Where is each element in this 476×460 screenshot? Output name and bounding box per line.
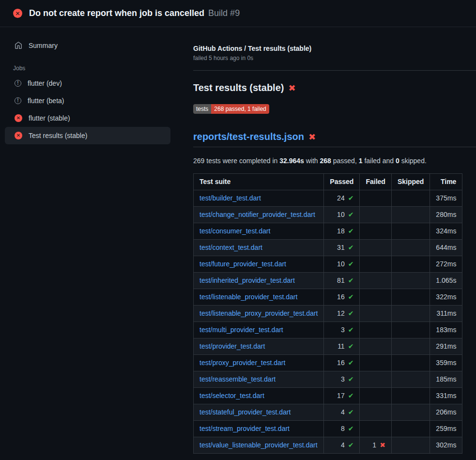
time-cell: 272ms (430, 256, 462, 273)
jobs-heading: Jobs (0, 54, 180, 75)
skipped-cell (391, 273, 430, 289)
passed-cell: 11✔ (324, 338, 360, 355)
passed-cell: 16✔ (324, 289, 360, 306)
failed-cell (360, 190, 391, 207)
suite-link[interactable]: test/context_test.dart (200, 244, 262, 251)
suite-link[interactable]: test/stateful_provider_test.dart (200, 408, 291, 416)
skipped-cell (391, 437, 430, 454)
run-build-number: Build #9 (208, 8, 240, 18)
home-icon (15, 42, 22, 49)
summary-passed-count: 268 (320, 157, 331, 165)
skipped-cell (391, 355, 430, 371)
passed-cell: 16✔ (324, 355, 360, 371)
report-title: reports/test-results.json ✖ (193, 131, 476, 147)
suite-link[interactable]: test/listenable_provider_test.dart (200, 293, 297, 301)
skipped-cell (391, 223, 430, 240)
failed-cell (360, 289, 391, 306)
suite-link[interactable]: test/listenable_proxy_provider_test.dart (200, 309, 318, 317)
sidebar-job-item[interactable]: ✕ Test results (stable) (5, 127, 170, 144)
skipped-cell (391, 289, 430, 306)
pass-check-icon: ✔ (348, 425, 354, 432)
skipped-cell (391, 240, 430, 256)
pass-check-icon: ✔ (348, 375, 354, 383)
table-row: test/builder_test.dart 24✔ 375ms (194, 190, 462, 207)
breadcrumb: GitHub Actions / Test results (stable) (193, 45, 476, 52)
report-file-link[interactable]: reports/test-results.json (193, 131, 304, 142)
passed-cell: 3✔ (324, 371, 360, 388)
pass-check-icon: ✔ (348, 244, 354, 251)
time-cell: 206ms (430, 404, 462, 421)
suite-link[interactable]: test/value_listenable_provider_test.dart (200, 441, 318, 449)
time-cell: 185ms (430, 371, 462, 388)
x-circle-icon: ✕ (13, 9, 22, 18)
run-header: ✕ Do not create report when job is cance… (0, 0, 476, 27)
table-row: test/change_notifier_provider_test.dart … (194, 207, 462, 223)
passed-cell: 4✔ (324, 437, 360, 454)
sidebar-job-item[interactable]: ✕ flutter (stable) (5, 109, 170, 127)
time-cell: 375ms (430, 190, 462, 207)
suite-link[interactable]: test/builder_test.dart (200, 194, 261, 202)
section-title-text: Test results (stable) (193, 82, 284, 93)
suite-link[interactable]: test/stream_provider_test.dart (200, 425, 290, 432)
skipped-cell (391, 306, 430, 322)
passed-cell: 10✔ (324, 256, 360, 273)
summary-duration: 32.964s (279, 157, 304, 165)
time-cell: 291ms (430, 338, 462, 355)
skipped-cell (391, 256, 430, 273)
table-row: test/proxy_provider_test.dart 16✔ 359ms (194, 355, 462, 371)
table-row: test/consumer_test.dart 18✔ 324ms (194, 223, 462, 240)
table-row: test/listenable_proxy_provider_test.dart… (194, 306, 462, 322)
passed-cell: 4✔ (324, 404, 360, 421)
passed-cell: 17✔ (324, 388, 360, 404)
sidebar: Summary Jobs ! flutter (dev) ! flutter (… (0, 27, 180, 144)
suite-link[interactable]: test/proxy_provider_test.dart (200, 359, 285, 367)
pass-check-icon: ✔ (348, 342, 354, 350)
suite-link[interactable]: test/future_provider_test.dart (200, 260, 286, 268)
sidebar-item-summary[interactable]: Summary (5, 37, 170, 54)
table-row: test/reassemble_test.dart 3✔ 185ms (194, 371, 462, 388)
pass-check-icon: ✔ (348, 211, 354, 218)
test-results-table: Test suitePassedFailedSkippedTime test/b… (193, 173, 462, 454)
main-content: GitHub Actions / Test results (stable) f… (180, 27, 476, 454)
suite-link[interactable]: test/multi_provider_test.dart (200, 326, 283, 334)
column-header: Time (430, 174, 462, 190)
sidebar-job-item[interactable]: ! flutter (beta) (5, 92, 170, 109)
summary-skipped-count: 0 (396, 157, 399, 165)
time-cell: 331ms (430, 388, 462, 404)
failed-cell (360, 207, 391, 223)
pass-check-icon: ✔ (348, 293, 354, 301)
summary-text: 269 tests were completed in (193, 157, 279, 165)
summary-text: failed and (363, 157, 396, 165)
pass-check-icon: ✔ (348, 309, 354, 317)
job-label: Test results (stable) (29, 132, 87, 139)
table-row: test/stateful_provider_test.dart 4✔ 206m… (194, 404, 462, 421)
skipped-cell (391, 190, 430, 207)
suite-link[interactable]: test/inherited_provider_test.dart (200, 276, 295, 284)
time-cell: 359ms (430, 355, 462, 371)
time-cell: 259ms (430, 421, 462, 437)
suite-link[interactable]: test/selector_test.dart (200, 392, 264, 399)
badge-value: 268 passed, 1 failed (211, 104, 269, 114)
failed-cell: 1✖ (360, 437, 391, 454)
skipped-cell (391, 388, 430, 404)
sidebar-job-item[interactable]: ! flutter (dev) (5, 75, 170, 92)
table-row: test/listenable_provider_test.dart 16✔ 3… (194, 289, 462, 306)
suite-link[interactable]: test/change_notifier_provider_test.dart (200, 211, 315, 218)
suite-link[interactable]: test/reassemble_test.dart (200, 375, 276, 383)
pass-check-icon: ✔ (348, 392, 354, 399)
job-label: flutter (stable) (29, 114, 70, 122)
summary-label: Summary (29, 42, 58, 49)
table-row: test/future_provider_test.dart 10✔ 272ms (194, 256, 462, 273)
skipped-cell (391, 338, 430, 355)
time-cell: 302ms (430, 437, 462, 454)
table-row: test/multi_provider_test.dart 3✔ 183ms (194, 322, 462, 338)
job-label: flutter (dev) (28, 79, 62, 87)
time-cell: 311ms (430, 306, 462, 322)
passed-cell: 12✔ (324, 306, 360, 322)
passed-cell: 81✔ (324, 273, 360, 289)
suite-link[interactable]: test/provider_test.dart (200, 342, 265, 350)
suite-link[interactable]: test/consumer_test.dart (200, 227, 270, 235)
failed-cell (360, 240, 391, 256)
skipped-cell (391, 421, 430, 437)
job-label: flutter (beta) (28, 97, 64, 105)
